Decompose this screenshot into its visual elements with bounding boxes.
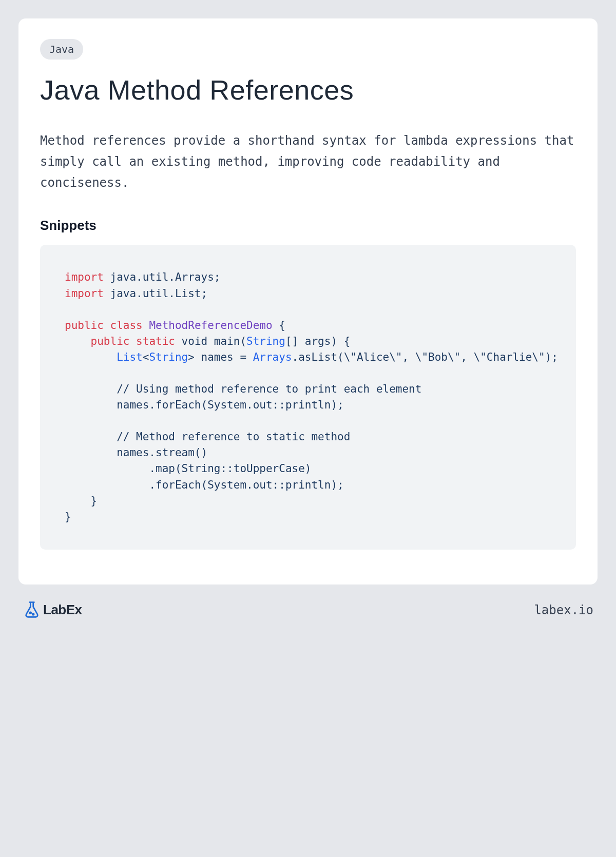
- code-text: <: [143, 351, 149, 363]
- svg-point-0: [30, 612, 31, 614]
- code-indent: [65, 335, 91, 347]
- keyword-static: static: [136, 335, 175, 347]
- snippets-heading: Snippets: [40, 218, 576, 233]
- brand-logo: LabEx: [23, 600, 82, 620]
- keyword-class: class: [110, 319, 143, 332]
- keyword-public: public: [91, 335, 130, 347]
- code-snippet: import java.util.Arrays; import java.uti…: [40, 245, 576, 549]
- code-comment: // Using method reference to print each …: [65, 383, 421, 395]
- code-text: .map(String::toUpperCase): [65, 462, 311, 475]
- code-text: java.util.Arrays;: [104, 271, 221, 283]
- code-text: {: [273, 319, 285, 332]
- flask-icon: [23, 600, 41, 620]
- code-text: void main(: [175, 335, 246, 347]
- keyword-import: import: [65, 271, 104, 283]
- code-text: }: [65, 511, 71, 523]
- language-tag: Java: [40, 39, 83, 60]
- footer: LabEx labex.io: [18, 600, 598, 620]
- code-indent: [65, 351, 117, 363]
- description-text: Method references provide a shorthand sy…: [40, 130, 576, 193]
- type-string: String: [246, 335, 285, 347]
- type-list: List: [117, 351, 143, 363]
- code-text: > names =: [188, 351, 253, 363]
- keyword-public: public: [65, 319, 104, 332]
- type-string: String: [149, 351, 188, 363]
- code-text: .asList(\"Alice\", \"Bob\", \"Charlie\")…: [292, 351, 558, 363]
- code-text: java.util.List;: [104, 287, 207, 300]
- site-url: labex.io: [534, 603, 593, 617]
- code-text: [] args) {: [285, 335, 350, 347]
- brand-name: LabEx: [43, 602, 82, 618]
- content-card: Java Java Method References Method refer…: [18, 18, 598, 585]
- code-text: names.stream(): [65, 446, 207, 459]
- class-name: MethodReferenceDemo: [149, 319, 272, 332]
- svg-point-1: [32, 613, 34, 615]
- code-text: names.forEach(System.out::println);: [65, 399, 344, 411]
- code-text: }: [65, 495, 97, 507]
- code-text: .forEach(System.out::println);: [65, 479, 344, 491]
- type-arrays: Arrays: [253, 351, 292, 363]
- keyword-import: import: [65, 287, 104, 300]
- code-comment: // Method reference to static method: [65, 431, 350, 443]
- page-title: Java Method References: [40, 74, 576, 106]
